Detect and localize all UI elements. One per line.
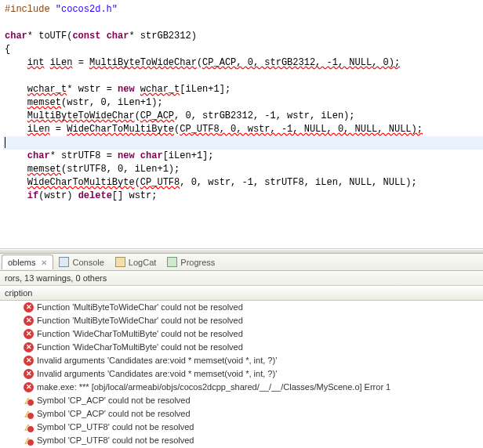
symbol-error-row[interactable]: Symbol 'CP_ACP' could not be resolved bbox=[0, 407, 483, 421]
tab-label: Progress bbox=[180, 258, 215, 267]
tab-console[interactable]: Console bbox=[53, 255, 109, 269]
error-icon: ✕ bbox=[24, 382, 34, 392]
code-line-5: int iLen = MultiByteToWideChar(CP_ACP, 0… bbox=[3, 56, 483, 70]
code-blank bbox=[3, 70, 483, 83]
code-line-12: char* strUTF8 = new char[iLen+1]; bbox=[3, 150, 483, 163]
code-line-3: char* toUTF(const char* strGB2312) bbox=[3, 30, 483, 43]
error-icon: ✕ bbox=[24, 302, 34, 313]
error-text: Symbol 'CP_UTF8' could not be resolved bbox=[37, 421, 194, 433]
tab-label: LogCat bbox=[129, 258, 156, 267]
error-text: Invalid arguments 'Candidates are:void *… bbox=[37, 355, 277, 367]
error-text: Invalid arguments 'Candidates are:void *… bbox=[37, 368, 277, 380]
symbol-error-row[interactable]: Symbol 'CP_UTF8' could not be resolved bbox=[0, 421, 483, 434]
code-line-cursor bbox=[3, 136, 483, 150]
symbol-error-row[interactable]: Symbol 'CP_UTF8' could not be resolved bbox=[0, 434, 483, 447]
code-line-9: MultiByteToWideChar(CP_ACP, 0, strGB2312… bbox=[3, 110, 483, 123]
code-line-7: wchar_t* wstr = new wchar_t[iLen+1]; bbox=[3, 83, 483, 96]
error-text: Symbol 'CP_UTF8' could not be resolved bbox=[37, 435, 194, 446]
code-blank bbox=[3, 203, 483, 216]
code-blank bbox=[3, 216, 483, 229]
error-row[interactable]: ✕Invalid arguments 'Candidates are:void … bbox=[0, 367, 483, 381]
console-icon bbox=[59, 257, 69, 267]
tab-label: Console bbox=[72, 258, 104, 267]
code-line-13: memset(strUTF8, 0, iLen+1); bbox=[3, 163, 483, 176]
progress-icon bbox=[167, 257, 177, 267]
code-line-1: #include "cocos2d.h" bbox=[3, 3, 483, 16]
problems-list[interactable]: ✕Function 'MultiByteToWideChar' could no… bbox=[0, 301, 483, 448]
error-icon: ✕ bbox=[24, 316, 34, 326]
error-row[interactable]: ✕make.exe: *** [obj/local/armeabi/objs/c… bbox=[0, 381, 483, 394]
error-text: Function 'WideCharToMultiByte' could not… bbox=[37, 341, 243, 353]
error-text: make.exe: *** [obj/local/armeabi/objs/co… bbox=[37, 381, 390, 393]
code-line-8: memset(wstr, 0, iLen+1); bbox=[3, 96, 483, 110]
error-icon: ✕ bbox=[24, 342, 34, 352]
problems-header-description[interactable]: cription bbox=[0, 286, 483, 301]
code-line-4: { bbox=[3, 43, 483, 56]
tab-label: oblems bbox=[8, 258, 35, 267]
warning-error-icon bbox=[24, 409, 34, 419]
warning-error-icon bbox=[24, 435, 34, 446]
problems-summary: rors, 13 warnings, 0 others bbox=[0, 271, 483, 286]
error-row[interactable]: ✕Invalid arguments 'Candidates are:void … bbox=[0, 354, 483, 367]
error-text: Function 'WideCharToMultiByte' could not… bbox=[37, 328, 243, 340]
close-icon[interactable]: ✕ bbox=[41, 258, 47, 267]
error-row[interactable]: ✕Function 'MultiByteToWideChar' could no… bbox=[0, 314, 483, 327]
symbol-error-row[interactable]: Symbol 'CP_ACP' could not be resolved bbox=[0, 394, 483, 407]
error-text: Function 'MultiByteToWideChar' could not… bbox=[37, 302, 243, 313]
error-row[interactable]: ✕Function 'WideCharToMultiByte' could no… bbox=[0, 327, 483, 341]
code-line-14: WideCharToMultiByte(CP_UTF8, 0, wstr, -1… bbox=[3, 176, 483, 190]
code-editor[interactable]: #include "cocos2d.h" char* toUTF(const c… bbox=[0, 0, 483, 249]
error-row[interactable]: ✕Function 'MultiByteToWideChar' could no… bbox=[0, 301, 483, 314]
logcat-icon bbox=[115, 257, 125, 267]
code-line-15: if(wstr) delete[] wstr; bbox=[3, 190, 483, 203]
tab-logcat[interactable]: LogCat bbox=[110, 255, 162, 269]
tab-problems[interactable]: oblems ✕ bbox=[2, 255, 53, 269]
code-line-10: iLen = WideCharToMultiByte(CP_UTF8, 0, w… bbox=[3, 123, 483, 136]
error-icon: ✕ bbox=[24, 329, 34, 339]
warning-error-icon bbox=[24, 422, 34, 432]
bottom-tabs: oblems ✕ Console LogCat Progress bbox=[0, 254, 483, 271]
error-row[interactable]: ✕Function 'WideCharToMultiByte' could no… bbox=[0, 341, 483, 354]
warning-error-icon bbox=[24, 396, 34, 406]
error-text: Symbol 'CP_ACP' could not be resolved bbox=[37, 408, 191, 420]
error-text: Function 'MultiByteToWideChar' could not… bbox=[37, 315, 243, 327]
code-blank bbox=[3, 16, 483, 30]
error-icon: ✕ bbox=[24, 369, 34, 379]
tab-progress[interactable]: Progress bbox=[162, 255, 220, 269]
error-text: Symbol 'CP_ACP' could not be resolved bbox=[37, 395, 191, 406]
error-icon: ✕ bbox=[24, 356, 34, 366]
